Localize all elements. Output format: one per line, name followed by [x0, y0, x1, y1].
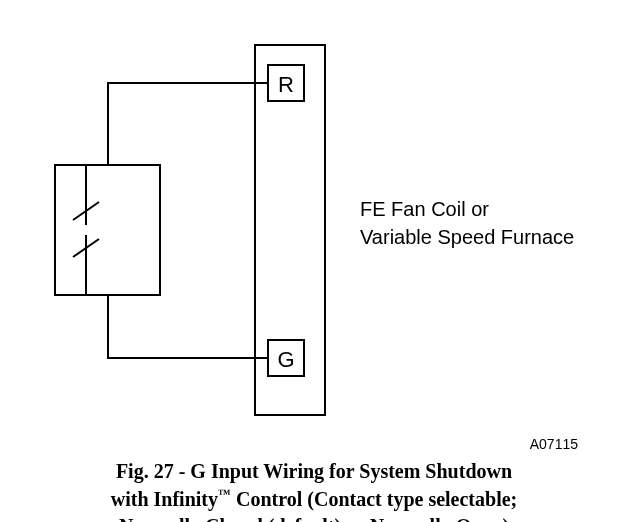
reference-id: A07115 — [20, 436, 608, 452]
caption-line1-rest: G Input Wiring for System Shutdown — [185, 460, 512, 482]
terminal-r-label: R — [278, 72, 294, 97]
caption-fig-prefix: Fig. 27 - — [116, 460, 185, 482]
equipment-label-line2: Variable Speed Furnace — [360, 226, 574, 248]
equipment-label-line1: FE Fan Coil or — [360, 198, 489, 220]
caption-line2-post: Control (Contact type selectable; — [231, 488, 517, 510]
caption-line3: Normally Closed (default) or Normally Op… — [119, 515, 509, 522]
terminal-g-label: G — [277, 347, 294, 372]
trademark-symbol: ™ — [218, 486, 231, 501]
fuse-symbol — [73, 165, 99, 295]
figure-caption: Fig. 27 - G Input Wiring for System Shut… — [20, 458, 608, 522]
wire-r — [108, 83, 268, 165]
wiring-diagram: R G FE Fan Coil or Variable Speed Furnac… — [20, 20, 608, 430]
equipment-label: FE Fan Coil or Variable Speed Furnace — [360, 195, 574, 251]
wire-g — [108, 295, 268, 358]
contact-block — [55, 165, 160, 295]
caption-line2-pre: with Infinity — [111, 488, 218, 510]
